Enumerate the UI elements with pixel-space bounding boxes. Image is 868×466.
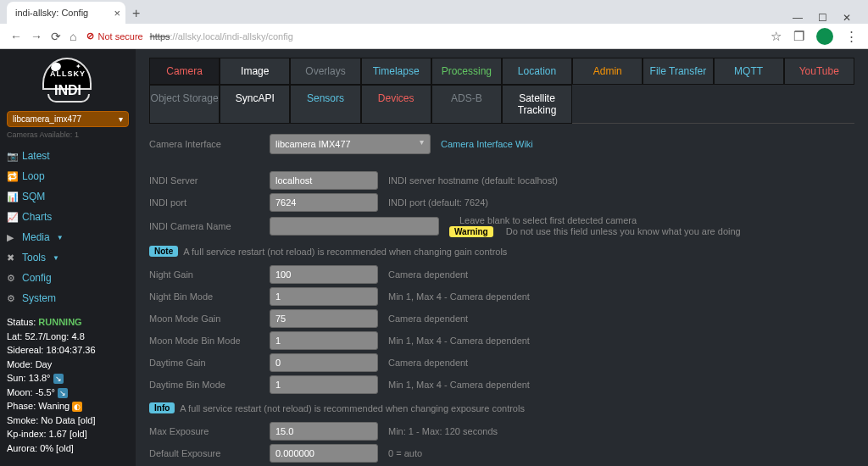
- extensions-icon[interactable]: ❐: [793, 29, 804, 44]
- status-smoke: Smoke: No Data [old]: [7, 413, 129, 428]
- sidebar-item-latest[interactable]: 📷Latest: [7, 146, 129, 166]
- tab-location[interactable]: Location: [502, 58, 572, 85]
- tools-icon: ✖: [7, 252, 17, 264]
- tab-ads-b[interactable]: ADS-B: [431, 85, 502, 124]
- camera-interface-wiki-link[interactable]: Camera Interface Wiki: [441, 139, 533, 149]
- moon-badge-icon: ↘: [58, 388, 68, 398]
- loop-icon: 🔁: [7, 171, 17, 182]
- night_bin-input[interactable]: [270, 287, 378, 306]
- sidebar-item-tools[interactable]: ✖Tools▼: [7, 247, 129, 268]
- indi-camera-input[interactable]: [270, 217, 439, 236]
- def_exp-input[interactable]: [270, 444, 378, 463]
- day_bin-input[interactable]: [270, 375, 378, 394]
- menu-icon[interactable]: ⋮: [845, 29, 858, 44]
- tab-file-transfer[interactable]: File Transfer: [643, 58, 713, 85]
- home-icon[interactable]: ⌂: [70, 30, 76, 43]
- minimize-icon[interactable]: —: [793, 12, 803, 24]
- info-badge: Info: [149, 402, 175, 413]
- cameras-available: Cameras Available: 1: [7, 130, 129, 139]
- reload-icon[interactable]: ⟳: [51, 30, 61, 43]
- profile-avatar[interactable]: [816, 28, 833, 45]
- indi-port-input[interactable]: [270, 193, 378, 212]
- address-bar: ← → ⟳ ⌂ ⊘Not secure https://allsky.local…: [0, 24, 868, 49]
- not-secure-icon: ⊘: [86, 31, 94, 42]
- tab-image[interactable]: Image: [220, 58, 290, 85]
- night_bin-label: Night Bin Mode: [149, 291, 270, 302]
- status-phase: Phase: Waning: [7, 401, 70, 411]
- moon_gain-label: Moon Mode Gain: [149, 313, 270, 324]
- indi-camera-label: INDI Camera Name: [149, 221, 270, 231]
- tab-devices[interactable]: Devices: [361, 85, 431, 124]
- indi-port-label: INDI port: [149, 197, 270, 208]
- main-content: CameraImageOverlaysTimelapseProcessingLo…: [136, 49, 868, 466]
- tab-satellite-tracking[interactable]: Satellite Tracking: [502, 85, 572, 124]
- chevron-down-icon: ▼: [57, 234, 64, 241]
- user-link[interactable]: Ian: [7, 462, 129, 466]
- status-moon: Moon: -5.5°: [7, 387, 55, 397]
- status-sidereal: Sidereal: 18:04:37.36: [7, 343, 129, 358]
- sqm-icon: 📊: [7, 191, 17, 202]
- indi-server-hint: INDI server hostname (default: localhost…: [388, 175, 558, 186]
- tab-processing[interactable]: Processing: [431, 58, 502, 85]
- night_gain-input[interactable]: [270, 265, 378, 284]
- sidebar-item-label: Latest: [22, 150, 50, 162]
- sidebar-item-system[interactable]: ⚙System: [7, 288, 129, 308]
- indi-camera-warning: Do not use this field unless you know wh…: [504, 226, 741, 236]
- sidebar-item-label: SQM: [22, 191, 45, 202]
- tab-overlays[interactable]: Overlays: [290, 58, 360, 85]
- note-badge: Note: [149, 246, 178, 257]
- night_bin-hint: Min 1, Max 4 - Camera dependent: [388, 291, 530, 302]
- max_exp-input[interactable]: [270, 422, 378, 441]
- status-lat: Lat: 52.7/Long: 4.8: [7, 330, 129, 344]
- close-window-icon[interactable]: ✕: [843, 12, 851, 24]
- close-icon[interactable]: ×: [114, 7, 120, 19]
- moon_gain-input[interactable]: [270, 309, 378, 328]
- tab-mqtt[interactable]: MQTT: [714, 58, 784, 85]
- indi-camera-hint: Leave blank to select first detected cam…: [459, 215, 741, 225]
- sidebar-item-sqm[interactable]: 📊SQM: [7, 186, 129, 207]
- sidebar-item-label: Media: [22, 231, 50, 243]
- indi-server-label: INDI Server: [149, 175, 270, 186]
- tab-sensors[interactable]: Sensors: [290, 85, 360, 124]
- camera-interface-select[interactable]: libcamera IMX477: [270, 134, 431, 154]
- maximize-icon[interactable]: ☐: [818, 12, 827, 24]
- back-icon[interactable]: ←: [10, 30, 22, 43]
- sidebar-nav: 📷Latest🔁Loop📊SQM📈Charts▶Media▼✖Tools▼⚙Co…: [7, 146, 129, 308]
- tab-object-storage[interactable]: Object Storage: [149, 85, 220, 124]
- def_exp-hint: 0 = auto: [388, 448, 422, 458]
- max_exp-label: Max Exposure: [149, 426, 270, 436]
- sidebar-item-charts[interactable]: 📈Charts: [7, 207, 129, 227]
- sidebar-item-config[interactable]: ⚙Config: [7, 268, 129, 288]
- warning-badge: Warning: [449, 226, 493, 237]
- sidebar-item-media[interactable]: ▶Media▼: [7, 227, 129, 247]
- chevron-down-icon: ▼: [53, 254, 59, 262]
- indi-server-input[interactable]: [270, 171, 378, 190]
- tab-camera[interactable]: Camera: [149, 58, 220, 85]
- status-mode: Mode: Day: [7, 358, 129, 372]
- tab-youtube[interactable]: YouTube: [784, 58, 854, 85]
- day_gain-hint: Camera dependent: [388, 358, 468, 368]
- tab-syncapi[interactable]: SyncAPI: [220, 85, 290, 124]
- indi-port-hint: INDI port (default: 7624): [388, 197, 488, 208]
- new-tab-button[interactable]: +: [125, 3, 147, 24]
- tab-timelapse[interactable]: Timelapse: [361, 58, 431, 85]
- day_bin-label: Daytime Bin Mode: [149, 380, 270, 390]
- forward-icon[interactable]: →: [31, 30, 42, 43]
- night_gain-label: Night Gain: [149, 269, 270, 280]
- url-box[interactable]: ⊘Not secure https://allsky.local/indi-al…: [86, 31, 760, 42]
- status-block: Status: RUNNING Lat: 52.7/Long: 4.8 Side…: [7, 308, 129, 462]
- browser-tab-bar: indi-allsky: Config × + — ☐ ✕: [0, 0, 868, 24]
- star-icon[interactable]: ☆: [771, 29, 782, 44]
- camera-select-button[interactable]: libcamera_imx477 ▾: [7, 111, 129, 127]
- tab-admin[interactable]: Admin: [572, 58, 643, 85]
- status-value: RUNNING: [38, 317, 81, 327]
- latest-icon: 📷: [7, 151, 17, 162]
- browser-tab[interactable]: indi-allsky: Config ×: [7, 2, 125, 24]
- day_gain-input[interactable]: [270, 353, 378, 372]
- sidebar-item-loop[interactable]: 🔁Loop: [7, 166, 129, 186]
- sidebar-item-label: Charts: [22, 211, 52, 223]
- sidebar-item-label: Config: [22, 272, 52, 284]
- moon_bin-input[interactable]: [270, 331, 378, 350]
- phase-badge-icon: ◐: [72, 402, 82, 412]
- max_exp-hint: Min: 1 - Max: 120 seconds: [388, 426, 498, 436]
